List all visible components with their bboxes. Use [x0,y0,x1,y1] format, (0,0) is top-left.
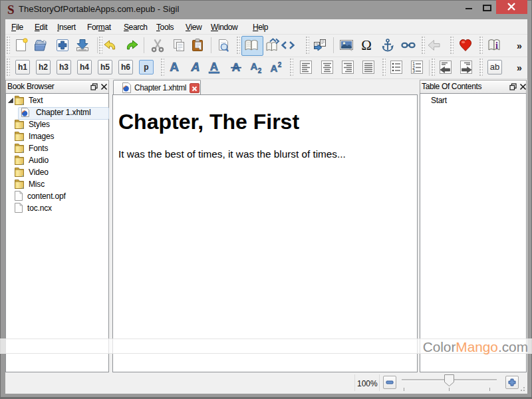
svg-text:A: A [271,63,278,74]
svg-text:A: A [210,61,218,73]
svg-text:2: 2 [258,67,262,74]
svg-text:A: A [251,61,258,72]
svg-text:A: A [170,60,179,74]
svg-text:2: 2 [278,61,282,68]
svg-text:A: A [191,61,200,74]
svg-text:3: 3 [412,68,415,73]
svg-text:i: i [495,41,498,51]
